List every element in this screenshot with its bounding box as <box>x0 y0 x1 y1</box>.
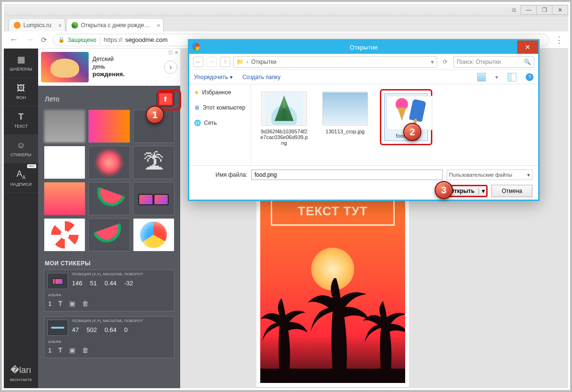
my-sticker-instance[interactable]: ПОЗИЦИЯ (X,Y), МАСШТАБ, ПОВОРОТ 47 502 0… <box>44 316 174 358</box>
sticker-thumb[interactable] <box>88 146 130 179</box>
rail-label: НАДПИСИ <box>10 182 32 187</box>
filename-input[interactable] <box>251 170 443 180</box>
bold-icon[interactable]: T <box>58 300 62 307</box>
view-icon[interactable] <box>477 73 486 81</box>
sticker-thumb[interactable] <box>88 110 130 143</box>
sticker-thumb[interactable] <box>44 182 85 215</box>
dialog-up-button[interactable]: ↑ <box>220 57 230 67</box>
browser-tab[interactable]: Открытка с днем рожде… × <box>66 18 164 31</box>
sticker-thumb[interactable] <box>44 218 85 251</box>
breadcrumb[interactable]: 📁 › Открытки ▾ <box>233 56 437 68</box>
instance-prop-values: 47 502 0.64 0 <box>72 326 172 333</box>
ad-info-icon[interactable]: ⓘ ✕ <box>168 50 178 56</box>
close-tab-icon[interactable]: × <box>157 22 161 29</box>
minimize-button[interactable]: — <box>521 5 537 15</box>
layer-icon[interactable]: ▣ <box>69 346 75 354</box>
dialog-back-button[interactable]: ← <box>193 57 204 67</box>
browser-tab-strip: Lumpics.ru × Открытка с днем рожде… × <box>4 16 568 31</box>
search-icon: 🔍 <box>524 59 531 65</box>
menu-icon[interactable]: ⋮ <box>555 35 563 45</box>
file-name: 130113_crop.jpg <box>321 129 369 134</box>
tool-rail: ▦ШАБЛОНЫ 🖼ФОН TТЕКСТ ☺СТИКЕРЫ PROAAНАДПИ… <box>4 49 38 388</box>
os-icon: ⧉ <box>507 5 521 15</box>
nav-network[interactable]: 🌐Сеть <box>193 118 247 128</box>
stickers-icon: ☺ <box>5 141 37 151</box>
browser-tab[interactable]: Lumpics.ru × <box>9 18 65 31</box>
back-button[interactable]: ← <box>9 35 19 45</box>
ad-banner[interactable]: Детский день рождения. › ⓘ ✕ <box>38 49 180 86</box>
file-item[interactable]: 9d362f4b1039574f2e7cac036e06d939.png <box>258 89 310 148</box>
sticker-thumb[interactable] <box>44 146 85 179</box>
close-tab-icon[interactable]: × <box>58 22 62 29</box>
organize-button[interactable]: Упорядочить ▾ <box>194 74 233 80</box>
chevron-down-icon[interactable]: ▾ <box>431 59 434 65</box>
rail-text[interactable]: TТЕКСТ <box>4 106 38 135</box>
new-folder-button[interactable]: Создать папку <box>242 74 280 80</box>
sticker-thumb[interactable] <box>133 218 174 251</box>
ad-image <box>41 52 89 82</box>
dialog-title: Открытие <box>350 44 378 51</box>
chevron-down-icon[interactable]: ▾ <box>479 188 485 194</box>
os-titlebar: ⧉ — ❐ ✕ <box>4 4 568 16</box>
preview-pane-icon[interactable] <box>508 73 516 81</box>
ad-next-icon[interactable]: › <box>164 60 177 74</box>
sticker-thumb[interactable] <box>44 110 85 143</box>
network-icon: 🌐 <box>194 120 201 126</box>
chevron-down-icon[interactable]: ▾ <box>495 74 498 80</box>
favicon-icon <box>14 22 20 29</box>
rail-templates[interactable]: ▦ШАБЛОНЫ <box>4 49 38 78</box>
dialog-footer: Имя файла: Пользовательские файлы▾ Откры… <box>189 165 538 200</box>
my-stickers-title: МОИ СТИКЕРЫ <box>45 260 91 267</box>
callout-2: 2 <box>403 123 421 141</box>
rail-vk[interactable]: �larıВКОНТАКТЕ <box>4 359 38 388</box>
upload-sticker-button[interactable]: ⬆ <box>157 92 174 106</box>
pro-badge: PRO <box>27 164 36 168</box>
rail-stickers[interactable]: ☺СТИКЕРЫ <box>4 135 38 163</box>
close-window-button[interactable]: ✕ <box>552 5 568 15</box>
dialog-close-button[interactable]: ✕ <box>517 40 538 54</box>
reload-button[interactable]: ⟳ <box>41 36 47 44</box>
refresh-button[interactable]: ⟳ <box>440 59 450 65</box>
alpha-value: 1 <box>48 347 51 354</box>
tab-title: Открытка с днем рожде… <box>81 22 150 29</box>
dialog-search[interactable]: Поиск: Открытки 🔍 <box>453 56 534 68</box>
sticker-thumb[interactable]: 🏝 <box>133 146 174 179</box>
star-icon: ★ <box>194 89 199 96</box>
layer-icon[interactable]: ▣ <box>69 300 75 307</box>
rail-captions[interactable]: PROAAНАДПИСИ <box>4 163 38 193</box>
sticker-grid: 🏝 <box>44 110 174 251</box>
tab-title: Lumpics.ru <box>23 22 51 29</box>
nav-favorites[interactable]: ★Избранное <box>193 87 247 98</box>
rail-background[interactable]: 🖼ФОН <box>4 78 38 106</box>
sticker-thumb[interactable] <box>88 218 130 251</box>
sticker-thumb[interactable] <box>88 182 130 215</box>
maximize-button[interactable]: ❐ <box>536 5 552 15</box>
help-icon[interactable]: ? <box>526 73 533 81</box>
dialog-titlebar[interactable]: Открытие ✕ <box>189 40 538 54</box>
dialog-forward-button[interactable]: → <box>206 57 217 67</box>
file-open-dialog: Открытие ✕ ← → ↑ 📁 › Открытки ▾ ⟳ Поиск:… <box>188 39 540 201</box>
secure-label: Защищено <box>68 37 96 43</box>
filetype-dropdown[interactable]: Пользовательские файлы▾ <box>447 170 532 180</box>
rail-label: ШАБЛОНЫ <box>10 67 32 71</box>
dialog-toolbar: Упорядочить ▾ Создать папку ▾ ? <box>189 70 538 84</box>
sticker-thumb[interactable] <box>133 182 174 215</box>
instance-thumb <box>47 320 68 336</box>
cancel-button[interactable]: Отмена <box>491 185 532 197</box>
bold-icon[interactable]: T <box>58 346 62 354</box>
delete-icon[interactable]: 🗑 <box>82 346 89 354</box>
callout-1: 1 <box>146 106 164 124</box>
category-title: Лето <box>45 95 60 103</box>
background-icon: 🖼 <box>5 83 37 93</box>
dialog-nav-pane: ★Избранное 🖥Этот компьютер 🌐Сеть <box>189 84 251 165</box>
alpha-value: 1 <box>48 300 51 307</box>
text-icon: T <box>5 112 37 122</box>
chevron-down-icon: ▾ <box>230 74 233 80</box>
my-sticker-instance[interactable]: ПОЗИЦИЯ (X,Y), МАСШТАБ, ПОВОРОТ 146 51 0… <box>44 270 174 312</box>
file-name: 9d362f4b1039574f2e7cac036e06d939.png <box>260 129 308 146</box>
file-item[interactable]: 130113_crop.jpg <box>319 89 371 137</box>
canvas[interactable]: ТЕКСТ ТУТ <box>260 191 405 383</box>
forward-button[interactable]: → <box>25 35 35 45</box>
nav-this-pc[interactable]: 🖥Этот компьютер <box>193 102 247 113</box>
delete-icon[interactable]: 🗑 <box>82 300 89 307</box>
